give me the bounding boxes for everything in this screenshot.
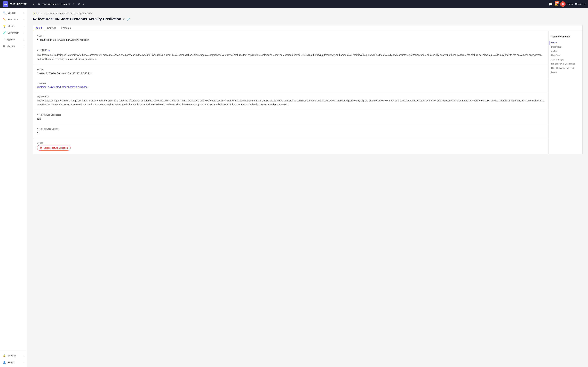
- description-section: Description ✏ This feature set is design…: [33, 45, 548, 65]
- featurebyte-logo: FB: [3, 1, 8, 7]
- project-title: Grocery Dataset UI tutorial: [42, 3, 70, 5]
- sidebar-item-explore[interactable]: 🔍 Explore ›: [0, 9, 27, 16]
- feature-candidates-label: No. of Feature Candidates: [37, 114, 544, 116]
- toc-item-description[interactable]: Description: [551, 45, 580, 49]
- sidebar-item-security-label: Security: [8, 354, 22, 357]
- name-section: Name 47 features: In-Store Customer Acti…: [33, 31, 548, 45]
- sidebar-collapse-button[interactable]: ❮: [32, 2, 36, 7]
- sidebar-nav: 🔍 Explore › ✏️ Formulate › 💡 Ideate › 🧪 …: [0, 8, 27, 351]
- notification-area: 🔔 999+: [554, 2, 558, 6]
- delete-btn-label: Delete Feature Selection: [43, 147, 68, 149]
- notification-badge: 999+: [555, 1, 559, 4]
- username[interactable]: Xavier Conort: [568, 3, 582, 5]
- settings-button[interactable]: ⚙: [77, 1, 81, 7]
- breadcrumb-current: 47 features: In-Store Customer Activity …: [43, 12, 92, 15]
- toc-item-signal-range[interactable]: Signal Range: [551, 58, 580, 62]
- copy-icon[interactable]: ⧉: [123, 17, 125, 21]
- sidebar-item-security[interactable]: 🔒 Security ›: [0, 352, 27, 359]
- sidebar: 🔍 Explore › ✏️ Formulate › 💡 Ideate › 🧪 …: [0, 8, 27, 367]
- sidebar-item-approve-label: Approve: [7, 38, 22, 41]
- sidebar-item-ideate[interactable]: 💡 Ideate ›: [0, 23, 27, 29]
- security-chevron-icon: ›: [24, 355, 24, 357]
- experiment-chevron-icon: ›: [24, 32, 24, 34]
- breadcrumb-link[interactable]: Create: [33, 12, 39, 15]
- sidebar-item-formulate-label: Formulate: [8, 18, 22, 21]
- signal-range-section: Signal Range The feature set captures a …: [33, 92, 548, 110]
- nav-dropdown-button[interactable]: ▾: [83, 3, 84, 6]
- formulate-chevron-icon: ›: [24, 18, 24, 21]
- top-navigation: FB FEATUREBYTE ❮ 🖥 Grocery Dataset UI tu…: [0, 0, 588, 8]
- tab-about[interactable]: About: [33, 25, 45, 31]
- user-avatar[interactable]: XC: [560, 1, 565, 7]
- toc-item-delete[interactable]: Delete: [551, 70, 580, 75]
- approve-chevron-icon: ›: [24, 38, 24, 41]
- use-case-section: Use Case Customer Activity Next Week bef…: [33, 79, 548, 92]
- toc-item-feature-candidates[interactable]: No. of Feature Candidates: [551, 62, 580, 66]
- sidebar-item-experiment[interactable]: 🧪 Experiment ›: [0, 29, 27, 36]
- sidebar-item-ideate-label: Ideate: [8, 25, 22, 27]
- features-selected-label: No. of Features Selected: [37, 128, 544, 130]
- sidebar-item-manage[interactable]: ⚙ Manage ›: [0, 43, 27, 49]
- main-content: Create > 47 features: In-Store Customer …: [27, 8, 588, 367]
- manage-chevron-icon: ›: [24, 45, 24, 47]
- tab-settings[interactable]: Settings: [45, 25, 59, 31]
- toc-item-author[interactable]: Author: [551, 49, 580, 53]
- features-selected-value: 47: [37, 131, 544, 135]
- toc-item-features-selected[interactable]: No. of Features Selected: [551, 66, 580, 70]
- formulate-icon: ✏️: [3, 18, 6, 21]
- delete-section: Delete 🗑 Delete Feature Selection: [33, 138, 548, 154]
- sidebar-item-admin[interactable]: 👤 Admin ›: [0, 359, 27, 366]
- tab-content: Name 47 features: In-Store Customer Acti…: [33, 31, 582, 154]
- monitor-icon: 🖥: [38, 3, 40, 6]
- table-of-contents: Table of Contents Name Description Autho…: [548, 31, 582, 154]
- link-icon[interactable]: 🔗: [126, 17, 130, 21]
- sidebar-item-explore-label: Explore: [8, 12, 22, 14]
- ideate-icon: 💡: [3, 25, 6, 28]
- share-button[interactable]: ↗: [71, 1, 75, 7]
- experiment-icon: 🧪: [3, 31, 6, 34]
- content-area: About Settings Features Name 47 features…: [33, 25, 583, 154]
- features-selected-section: No. of Features Selected 47: [33, 124, 548, 138]
- description-label: Description: [37, 49, 47, 51]
- delete-feature-selection-button[interactable]: 🗑 Delete Feature Selection: [37, 145, 71, 151]
- use-case-label: Use Case: [37, 82, 544, 85]
- chat-button[interactable]: 💬: [548, 2, 552, 6]
- tab-features[interactable]: Features: [58, 25, 73, 31]
- author-label: Author: [37, 68, 544, 71]
- admin-chevron-icon: ›: [24, 361, 24, 363]
- manage-icon: ⚙: [3, 44, 5, 48]
- description-edit-icon[interactable]: ✏: [49, 49, 50, 52]
- signal-range-label: Signal Range: [37, 95, 544, 98]
- logo-text: FEATUREBYTE: [9, 3, 27, 5]
- trash-icon: 🗑: [40, 147, 42, 149]
- page-header: 47 features: In-Store Customer Activity …: [33, 17, 583, 21]
- breadcrumb-separator: >: [41, 12, 42, 15]
- sidebar-item-formulate[interactable]: ✏️ Formulate ›: [0, 16, 27, 23]
- explore-chevron-icon: ›: [24, 12, 24, 14]
- description-value: This feature set is designed to predict …: [37, 53, 544, 61]
- name-label: Name: [37, 35, 544, 37]
- delete-label: Delete: [37, 142, 544, 144]
- author-section: Author Created by Xavier Conort on Dec 1…: [33, 65, 548, 79]
- svg-text:FB: FB: [4, 3, 7, 6]
- user-dropdown-button[interactable]: ▾: [584, 3, 585, 5]
- page-title: 47 features: In-Store Customer Activity …: [33, 17, 121, 21]
- breadcrumb: Create > 47 features: In-Store Customer …: [33, 12, 583, 15]
- tabs: About Settings Features: [33, 25, 582, 31]
- about-content: Name 47 features: In-Store Customer Acti…: [33, 31, 548, 154]
- signal-range-value: The feature set captures a wide range of…: [37, 99, 544, 107]
- approve-icon: ✓: [3, 38, 5, 41]
- feature-candidates-section: No. of Feature Candidates 529: [33, 110, 548, 124]
- sidebar-item-experiment-label: Experiment: [8, 32, 22, 34]
- toc-item-name[interactable]: Name: [549, 41, 580, 45]
- logo: FB FEATUREBYTE: [3, 1, 30, 7]
- description-header: Description ✏: [37, 49, 544, 52]
- toc-item-use-case[interactable]: Use Case: [551, 53, 580, 58]
- sidebar-item-approve[interactable]: ✓ Approve ›: [0, 36, 27, 43]
- sidebar-bottom: 🔒 Security › 👤 Admin ›: [0, 351, 27, 367]
- sidebar-item-manage-label: Manage: [7, 45, 22, 47]
- use-case-link[interactable]: Customer Activity Next Week before a pur…: [37, 86, 88, 88]
- security-icon: 🔒: [3, 354, 6, 357]
- author-value: Created by Xavier Conort on Dec 17, 2024…: [37, 72, 544, 75]
- name-value: 47 features: In-Store Customer Activity …: [37, 38, 544, 42]
